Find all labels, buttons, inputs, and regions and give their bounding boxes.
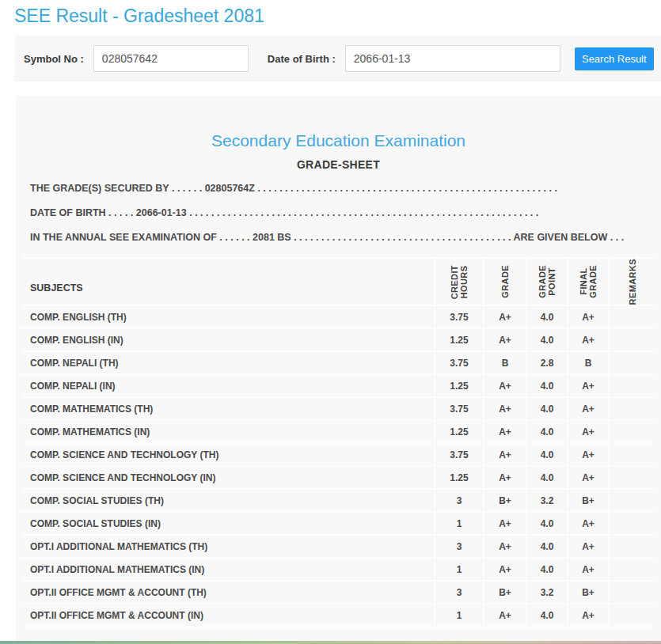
grade-point-cell: 4.0 <box>526 305 568 328</box>
final-grade-cell: A+ <box>568 374 609 397</box>
table-row: OPT.II OFFICE MGMT & ACCOUNT (IN)1A+4.0A… <box>22 604 655 627</box>
grade-point-cell: 4.0 <box>526 604 568 627</box>
remarks-cell <box>609 351 655 374</box>
final-grade-header: FINAL GRADE <box>568 258 609 305</box>
gradesheet-panel: Secondary Education Examination GRADE-SH… <box>16 96 661 643</box>
grade-header: GRADE <box>484 258 526 305</box>
subject-cell: OPT.II OFFICE MGMT & ACCOUNT (IN) <box>22 604 435 627</box>
grade-cell: A+ <box>484 558 526 581</box>
info-lines: THE GRADE(S) SECURED BY . . . . . . 0280… <box>22 181 655 244</box>
grade-point-header: GRADE POINT <box>526 258 568 305</box>
grade-cell: B+ <box>484 581 526 604</box>
subject-cell: OPT.I ADDITIONAL MATHEMATICS (IN) <box>22 558 435 581</box>
grade-cell: A+ <box>484 328 526 351</box>
final-grade-cell: A+ <box>568 397 609 420</box>
remarks-cell <box>609 305 655 328</box>
grade-point-cell: 3.2 <box>526 581 568 604</box>
final-grade-cell: A+ <box>568 512 609 535</box>
grade-header-label: GRADE <box>500 265 510 298</box>
grade-point-cell: 4.0 <box>526 374 568 397</box>
search-result-button[interactable]: Search Result <box>575 47 654 70</box>
remarks-cell <box>609 328 655 351</box>
credit-hours-cell: 1 <box>435 604 484 627</box>
credit-hours-cell: 3 <box>435 535 484 558</box>
final-grade-cell: A+ <box>568 535 609 558</box>
credit-hours-cell: 1 <box>435 512 484 535</box>
remarks-header-label: REMARKS <box>628 259 637 305</box>
final-grade-cell: B+ <box>568 581 609 604</box>
exam-title: Secondary Education Examination <box>22 96 655 150</box>
remarks-header: REMARKS <box>609 258 655 305</box>
table-row: COMP. SCIENCE AND TECHNOLOGY (IN)1.25A+4… <box>22 466 655 489</box>
table-row: COMP. MATHEMATICS (IN)1.25A+4.0A+ <box>22 420 655 443</box>
grade-cell: B <box>484 351 526 374</box>
grade-cell: A+ <box>484 466 526 489</box>
grade-cell: A+ <box>484 374 526 397</box>
credit-hours-header-label: CREDIT HOURS <box>450 265 469 299</box>
final-grade-cell: B+ <box>568 489 609 512</box>
subjects-header: SUBJECTS <box>22 258 435 305</box>
grade-sheet-subtitle: GRADE-SHEET <box>22 158 655 171</box>
grade-point-cell: 4.0 <box>526 420 568 443</box>
final-grade-header-label: FINAL GRADE <box>579 265 598 298</box>
table-row: COMP. NEPALI (IN)1.25A+4.0A+ <box>22 374 655 397</box>
subject-cell: COMP. SCIENCE AND TECHNOLOGY (IN) <box>22 466 435 489</box>
remarks-cell <box>609 581 655 604</box>
credit-hours-header: CREDIT HOURS <box>435 258 484 305</box>
table-row: OPT.II OFFICE MGMT & ACCOUNT (TH)3B+3.2B… <box>22 581 655 604</box>
subject-cell: COMP. ENGLISH (IN) <box>22 328 435 351</box>
bottom-gradient-strip <box>0 641 661 644</box>
table-row: OPT.I ADDITIONAL MATHEMATICS (TH)3A+4.0A… <box>22 535 655 558</box>
remarks-cell <box>609 489 655 512</box>
final-grade-cell: A+ <box>568 443 609 466</box>
grade-cell: A+ <box>484 443 526 466</box>
grade-point-cell: 3.2 <box>526 489 568 512</box>
date-of-birth-input[interactable] <box>345 45 560 72</box>
table-row: OPT.I ADDITIONAL MATHEMATICS (IN)1A+4.0A… <box>22 558 655 581</box>
search-bar: Symbol No : Date of Birth : Search Resul… <box>14 36 661 81</box>
subject-cell: OPT.II OFFICE MGMT & ACCOUNT (TH) <box>22 581 435 604</box>
grade-point-cell: 2.8 <box>526 351 568 374</box>
credit-hours-cell: 3.75 <box>435 443 484 466</box>
credit-hours-cell: 1.25 <box>435 374 484 397</box>
subject-cell: COMP. NEPALI (TH) <box>22 351 435 374</box>
remarks-cell <box>609 443 655 466</box>
subject-cell: COMP. NEPALI (IN) <box>22 374 435 397</box>
table-row: COMP. SCIENCE AND TECHNOLOGY (TH)3.75A+4… <box>22 443 655 466</box>
remarks-cell <box>609 535 655 558</box>
table-row: COMP. ENGLISH (TH)3.75A+4.0A+ <box>22 305 655 328</box>
grade-point-cell: 4.0 <box>526 466 568 489</box>
table-row: COMP. MATHEMATICS (TH)3.75A+4.0A+ <box>22 397 655 420</box>
credit-hours-cell: 3.75 <box>435 305 484 328</box>
remarks-cell <box>609 558 655 581</box>
gradesheet-table: SUBJECTS CREDIT HOURSGRADEGRADE POINTFIN… <box>22 257 655 627</box>
table-row: COMP. ENGLISH (IN)1.25A+4.0A+ <box>22 328 655 351</box>
table-header-row: SUBJECTS CREDIT HOURSGRADEGRADE POINTFIN… <box>22 258 655 305</box>
final-grade-cell: A+ <box>568 558 609 581</box>
final-grade-cell: A+ <box>568 305 609 328</box>
credit-hours-cell: 3.75 <box>435 397 484 420</box>
remarks-cell <box>609 397 655 420</box>
credit-hours-cell: 1.25 <box>435 466 484 489</box>
symbol-no-label: Symbol No : <box>24 53 84 65</box>
credit-hours-cell: 1.25 <box>435 328 484 351</box>
symbol-no-input[interactable] <box>93 45 249 72</box>
grade-cell: B+ <box>484 489 526 512</box>
grade-point-cell: 4.0 <box>526 512 568 535</box>
table-row: COMP. SOCIAL STUDIES (TH)3B+3.2B+ <box>22 489 655 512</box>
credit-hours-cell: 1 <box>435 558 484 581</box>
remarks-cell <box>609 604 655 627</box>
final-grade-cell: A+ <box>568 420 609 443</box>
subject-cell: COMP. SOCIAL STUDIES (TH) <box>22 489 435 512</box>
grade-point-cell: 4.0 <box>526 535 568 558</box>
credit-hours-cell: 3 <box>435 581 484 604</box>
credit-hours-cell: 3 <box>435 489 484 512</box>
gradesheet-table-body: COMP. ENGLISH (TH)3.75A+4.0A+COMP. ENGLI… <box>22 305 655 627</box>
subject-cell: COMP. SCIENCE AND TECHNOLOGY (TH) <box>22 443 435 466</box>
grade-cell: A+ <box>484 604 526 627</box>
remarks-cell <box>609 420 655 443</box>
date-of-birth-label: Date of Birth : <box>268 53 336 65</box>
final-grade-cell: A+ <box>568 466 609 489</box>
grade-cell: A+ <box>484 420 526 443</box>
grade-point-cell: 4.0 <box>526 328 568 351</box>
